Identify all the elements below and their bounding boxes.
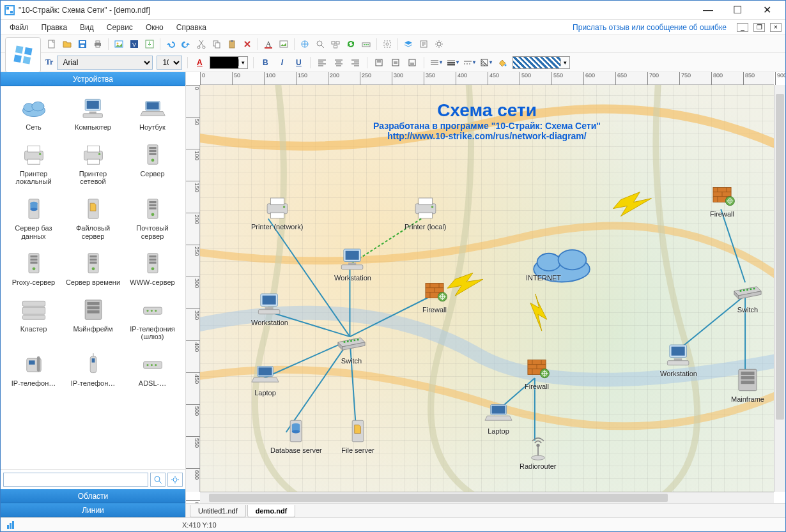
node-switch_c[interactable]: Switch: [334, 328, 369, 365]
bold-icon[interactable]: B: [259, 56, 272, 69]
node-mainframe[interactable]: Mainframe: [730, 366, 765, 403]
node-switch_r[interactable]: Switch: [730, 277, 765, 314]
node-laptop_c[interactable]: Laptop: [481, 398, 516, 435]
device-item-time-server[interactable]: Сервер времени: [64, 245, 122, 289]
menu-help[interactable]: Справка: [171, 22, 212, 33]
search-network-icon[interactable]: [314, 38, 327, 50]
node-radiorouter[interactable]: Radiorouter: [520, 433, 556, 470]
node-printer_net[interactable]: Printer (network): [251, 194, 303, 231]
canvas-scrollbar-vertical[interactable]: [774, 85, 785, 492]
devices-panel-header[interactable]: Устройства: [1, 72, 185, 86]
font-color-icon[interactable]: A: [193, 56, 206, 69]
font-size-select[interactable]: 10: [157, 56, 182, 70]
node-laptop_l[interactable]: Laptop: [248, 360, 282, 397]
underline-icon[interactable]: U: [292, 56, 305, 69]
device-item-db-server[interactable]: Сервер баз данных: [4, 191, 63, 243]
node-internet[interactable]: INTERNET: [526, 245, 561, 282]
properties-icon[interactable]: [417, 38, 430, 50]
print-icon[interactable]: [91, 38, 104, 50]
device-item-mail-server[interactable]: Почтовый сервер: [123, 191, 181, 243]
device-item-cluster[interactable]: Кластер: [4, 292, 63, 344]
new-file-icon[interactable]: [45, 38, 58, 50]
window-maximize-button[interactable]: ☐: [723, 1, 752, 20]
text-tool-icon[interactable]: A: [262, 38, 275, 50]
mdi-close-button[interactable]: ×: [770, 23, 782, 32]
device-item-printer-net[interactable]: Принтер сетевой: [64, 137, 122, 188]
export-image-icon[interactable]: [112, 38, 125, 50]
device-item-proxy[interactable]: Proxy-сервер: [4, 245, 63, 289]
scan-icon[interactable]: [298, 38, 311, 50]
device-item-ipphone[interactable]: IP-телефон…: [4, 346, 63, 390]
copy-icon[interactable]: [210, 38, 223, 50]
device-item-mainframe[interactable]: Мэйнфрейм: [64, 292, 122, 344]
menu-view[interactable]: Вид: [75, 22, 99, 33]
device-item-voip[interactable]: IP-телефония (шлюз): [123, 292, 181, 344]
menu-window[interactable]: Окно: [141, 22, 169, 33]
valign-mid-icon[interactable]: [389, 56, 402, 69]
align-right-icon[interactable]: [349, 56, 362, 69]
sidebar-settings-button[interactable]: [167, 473, 183, 487]
tab-demo[interactable]: demo.ndf: [247, 505, 296, 517]
node-ws1[interactable]: Workstation: [334, 245, 371, 282]
canvas-viewport[interactable]: Схема сети Разработана в программе "10-С…: [200, 85, 774, 492]
fill-pattern-icon[interactable]: ▾: [479, 56, 492, 69]
align-left-icon[interactable]: [316, 56, 328, 69]
line-dash-icon[interactable]: ▾: [463, 56, 475, 69]
scan-hosts-icon[interactable]: [329, 38, 342, 50]
refresh-icon[interactable]: [344, 38, 357, 50]
settings-icon[interactable]: [433, 38, 445, 50]
node-printer_loc[interactable]: Printer (local): [405, 194, 446, 231]
lines-panel-header[interactable]: Линии: [1, 503, 185, 517]
window-close-button[interactable]: ✕: [752, 1, 782, 20]
line-weight-icon[interactable]: ▾: [446, 56, 459, 69]
device-item-laptop[interactable]: Ноутбук: [123, 90, 181, 134]
layers-icon[interactable]: [402, 38, 415, 50]
menu-edit[interactable]: Правка: [36, 22, 73, 33]
valign-top-icon[interactable]: [373, 56, 385, 69]
mdi-minimize-button[interactable]: _: [737, 23, 748, 32]
import-icon[interactable]: [143, 38, 156, 50]
node-firewall_r[interactable]: Firewall: [705, 181, 739, 218]
delete-icon[interactable]: [241, 38, 254, 50]
device-item-cloud[interactable]: Сеть: [4, 90, 63, 134]
fill-bucket-icon[interactable]: [496, 56, 509, 69]
node-dbserver[interactable]: Database server: [270, 417, 322, 454]
device-item-server[interactable]: Сервер: [123, 137, 181, 188]
font-name-select[interactable]: Arial: [57, 56, 153, 70]
device-item-file-server[interactable]: Файловый сервер: [64, 191, 122, 243]
node-ws3[interactable]: Workstation: [660, 340, 697, 377]
areas-panel-header[interactable]: Области: [1, 489, 185, 503]
device-item-cordless[interactable]: IP-телефон…: [64, 346, 122, 390]
valign-bot-icon[interactable]: [406, 56, 419, 69]
zoom-fit-icon[interactable]: [381, 38, 394, 50]
node-ws2[interactable]: Workstation: [251, 289, 288, 326]
sidebar-search-button[interactable]: [150, 473, 166, 487]
italic-icon[interactable]: I: [275, 56, 288, 69]
align-center-icon[interactable]: [332, 56, 345, 69]
tab-untitled[interactable]: Untitled1.ndf: [190, 505, 246, 517]
canvas-scrollbar-horizontal[interactable]: [200, 492, 774, 503]
node-firewall_b[interactable]: Firewall: [520, 353, 554, 390]
device-item-pc[interactable]: Компьютер: [64, 90, 122, 134]
font-color-swatch[interactable]: ▾: [210, 56, 248, 69]
device-item-printer[interactable]: Принтер локальный: [4, 137, 63, 188]
export-visio-icon[interactable]: V: [128, 38, 141, 50]
snmp-icon[interactable]: [360, 38, 373, 50]
device-item-web-server[interactable]: WWW-сервер: [123, 245, 181, 289]
redo-icon[interactable]: [180, 38, 192, 50]
undo-icon[interactable]: [164, 38, 177, 50]
paste-icon[interactable]: [226, 38, 238, 50]
sidebar-search-input[interactable]: [3, 473, 148, 487]
menu-file[interactable]: Файл: [4, 22, 34, 33]
feedback-link[interactable]: Прислать отзыв или сообщение об ошибке: [573, 23, 727, 32]
mdi-restore-button[interactable]: ❐: [753, 23, 765, 32]
fill-color-swatch[interactable]: ▾: [512, 56, 570, 69]
open-file-icon[interactable]: [61, 38, 73, 50]
node-fileserver[interactable]: File server: [341, 417, 375, 454]
cut-icon[interactable]: [195, 38, 208, 50]
save-icon[interactable]: [76, 38, 89, 50]
window-minimize-button[interactable]: —: [693, 1, 723, 20]
menu-service[interactable]: Сервис: [102, 22, 138, 33]
node-firewall_c[interactable]: Firewall: [417, 277, 452, 314]
insert-image-icon[interactable]: [277, 38, 290, 50]
